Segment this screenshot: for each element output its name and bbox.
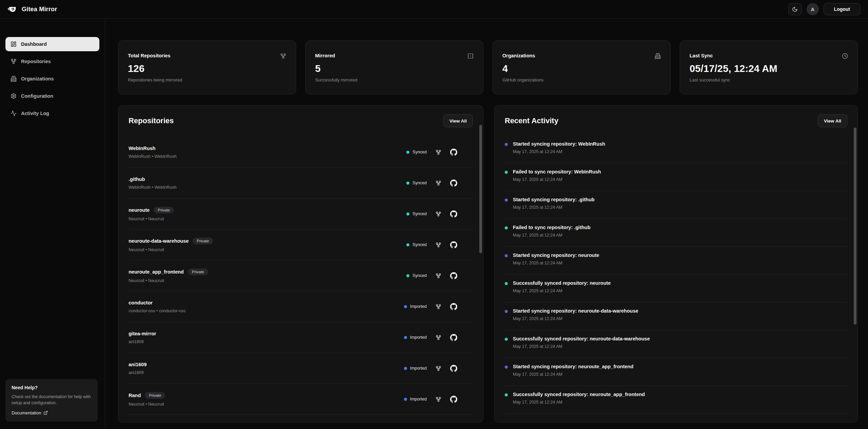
repository-row: .github WebInRush • WebInRush Synced (129, 168, 473, 199)
status-label: Synced (412, 273, 427, 278)
repository-name: neuroute_app_frontend (129, 269, 184, 275)
dashboard-icon (11, 41, 17, 47)
github-icon[interactable] (450, 396, 457, 403)
status-badge: Imported (404, 366, 427, 371)
github-icon[interactable] (450, 365, 457, 372)
activity-dot (505, 393, 508, 396)
activity-icon (11, 110, 17, 116)
stat-label: Organizations (502, 53, 535, 58)
scrollbar-thumb[interactable] (854, 128, 856, 324)
activity-view-all-button[interactable]: View All (818, 114, 847, 127)
help-title: Need Help? (12, 385, 92, 390)
repository-row: neuroute_app_frontend Private Neucruit •… (129, 260, 473, 291)
repositories-title: Repositories (129, 116, 174, 125)
stat-description: Repositories being mirrored (128, 77, 286, 82)
status-badge: Synced (406, 242, 427, 247)
status-dot (406, 182, 409, 185)
repositories-view-all-button[interactable]: View All (443, 114, 473, 127)
moon-icon (792, 6, 798, 12)
repository-info: conductor conductor-oss • conductor-oss (129, 300, 186, 313)
status-dot (404, 367, 407, 370)
activity-text: Successfully synced repository: neuroute… (513, 336, 650, 341)
repositories-panel: Repositories View All WebInRush (118, 105, 483, 423)
activity-timestamp: May 17, 2025 at 12:24 AM (513, 205, 595, 210)
repository-row: neuroute-data-warehouse Private Neucruit… (129, 229, 473, 260)
sidebar-item-activity-log[interactable]: Activity Log (5, 106, 99, 120)
status-dot (406, 243, 409, 246)
git-fork-icon (11, 58, 17, 64)
repository-info: neuroute Private Neucruit • Neucruit (129, 207, 174, 221)
building-icon (655, 53, 661, 59)
repository-owner: Neucruit • Neucruit (129, 247, 213, 252)
activity-timestamp: May 17, 2025 at 12:24 AM (513, 316, 638, 321)
status-badge: Synced (406, 273, 427, 278)
activity-dot (505, 310, 508, 313)
activity-item: Successfully synced repository: neuroute… (505, 386, 847, 414)
stat-value: 05/17/25, 12:24 AM (690, 63, 848, 74)
theme-toggle-button[interactable] (788, 3, 802, 15)
github-icon[interactable] (450, 272, 457, 279)
github-icon[interactable] (450, 210, 457, 218)
status-badge: Synced (406, 211, 427, 216)
repository-row: WebInRush WebInRush • WebInRush Synced (129, 137, 473, 168)
repository-owner: WebInRush • WebInRush (129, 154, 177, 159)
status-label: Imported (410, 366, 427, 371)
sidebar-item-label: Organizations (21, 76, 54, 81)
repository-row: conductor conductor-oss • conductor-oss … (129, 291, 473, 322)
activity-text: Successfully synced repository: neuroute… (513, 392, 645, 397)
repository-row: ani1609 ani1609 Imported (129, 353, 473, 384)
sidebar-item-dashboard[interactable]: Dashboard (5, 37, 99, 51)
sidebar-item-organizations[interactable]: Organizations (5, 72, 99, 86)
github-icon[interactable] (450, 149, 457, 156)
github-icon[interactable] (450, 180, 457, 187)
avatar[interactable]: A (807, 3, 819, 15)
help-body: Check out the documentation for help wit… (12, 394, 92, 406)
activity-timestamp: May 17, 2025 at 12:24 AM (513, 149, 605, 154)
repository-owner: Neucruit • Neucruit (129, 402, 165, 407)
status-dot (406, 274, 409, 277)
stat-description: Successfully mirrored (315, 77, 474, 82)
sidebar-item-repositories[interactable]: Repositories (5, 54, 99, 69)
sidebar: Dashboard Repositories Organizations (0, 19, 105, 429)
repository-name: neuroute (129, 207, 150, 213)
activity-timestamp: May 17, 2025 at 12:24 AM (513, 177, 601, 182)
stat-value: 4 (502, 63, 661, 74)
documentation-link[interactable]: Documentation (12, 410, 48, 415)
activity-timestamp: May 17, 2025 at 12:24 AM (513, 233, 591, 238)
repository-owner: Neucruit • Neucruit (129, 217, 174, 221)
logout-button[interactable]: Logout (824, 3, 861, 15)
main-content: Total Repositories 126 Repositories bein… (105, 19, 868, 429)
repository-name: gitea-mirror (129, 331, 156, 336)
recent-activity-panel: Recent Activity View All Started syncing… (494, 105, 858, 423)
github-icon[interactable] (450, 334, 457, 341)
activity-item: Started syncing repository: neuroute May… (505, 247, 847, 275)
activity-item: Successfully synced repository: neuroute… (505, 330, 847, 358)
activity-text: Started syncing repository: WebInRush (513, 141, 605, 147)
github-icon[interactable] (450, 303, 457, 310)
activity-text: Started syncing repository: neuroute-dat… (513, 308, 638, 314)
repository-info: Rand Private Neucruit • Neucruit (129, 392, 165, 407)
building-icon (11, 76, 17, 82)
recent-activity-title: Recent Activity (505, 116, 558, 125)
status-label: Synced (412, 150, 427, 154)
status-dot (406, 151, 409, 154)
sidebar-item-label: Configuration (21, 93, 53, 99)
status-badge: Imported (404, 397, 427, 402)
github-icon[interactable] (450, 241, 457, 248)
repository-info: WebInRush WebInRush • WebInRush (129, 146, 177, 159)
gitea-mirror-app: Gitea Mirror A Logout Dashboard (0, 0, 868, 429)
brand: Gitea Mirror (7, 4, 57, 14)
repository-owner: ani1609 (129, 339, 156, 344)
activity-dot (505, 143, 508, 146)
stat-card-total-repositories: Total Repositories 126 Repositories bein… (118, 40, 296, 94)
stat-description: Last successful sync (690, 77, 848, 82)
repository-name: WebInRush (129, 146, 155, 151)
repository-info: .github WebInRush • WebInRush (129, 176, 177, 190)
documentation-link-label: Documentation (12, 410, 41, 415)
status-dot (404, 398, 407, 401)
scrollbar-thumb[interactable] (479, 125, 482, 253)
activity-text: Started syncing repository: neuroute_app… (513, 364, 633, 369)
stat-card-organizations: Organizations 4 GitHub organizations (493, 40, 671, 94)
activity-item: Successfully synced repository: neuroute… (505, 275, 847, 302)
sidebar-item-configuration[interactable]: Configuration (5, 89, 99, 103)
